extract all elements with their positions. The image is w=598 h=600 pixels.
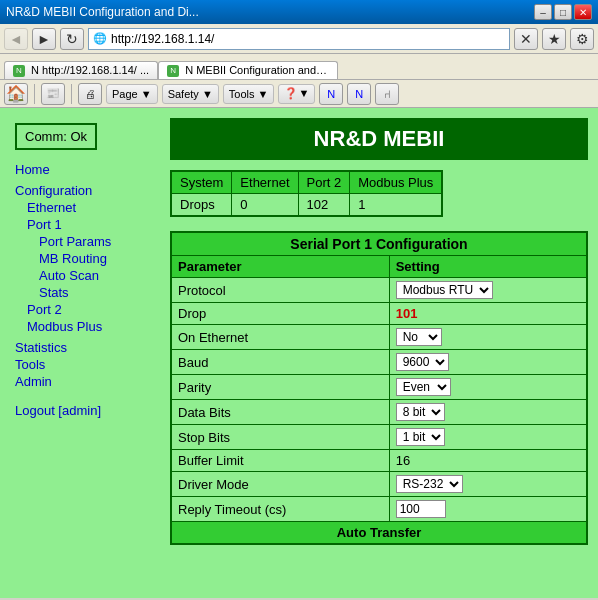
drops-val-0: 0 [232, 194, 298, 217]
sidebar-item-ethernet[interactable]: Ethernet [27, 200, 76, 215]
drops-header-system: System [171, 171, 232, 194]
extra-btn-1[interactable]: N [319, 83, 343, 105]
extra-btn-2[interactable]: N [347, 83, 371, 105]
table-row: Stop Bits 1 bit 2 bit [171, 425, 587, 450]
favorites-button[interactable]: ★ [542, 28, 566, 50]
close-button[interactable]: ✕ [574, 4, 592, 20]
setting-on-ethernet: No Yes [389, 325, 587, 350]
sidebar-item-stats[interactable]: Stats [39, 285, 69, 300]
maximize-button[interactable]: □ [554, 4, 572, 20]
toolbar-divider-1 [34, 84, 35, 104]
forward-button[interactable]: ► [32, 28, 56, 50]
param-drop: Drop [171, 303, 389, 325]
setting-driver-mode: RS-232 RS-485 [389, 472, 587, 497]
drops-value-row: Drops 0 102 1 [171, 194, 442, 217]
address-bar-wrap: 🌐 [88, 28, 510, 50]
stop-bits-select[interactable]: 1 bit 2 bit [396, 428, 445, 446]
param-reply-timeout: Reply Timeout (cs) [171, 497, 389, 522]
tab-2[interactable]: N N MEBII Configuration and Di... [158, 61, 338, 79]
sidebar-item-port-params[interactable]: Port Params [39, 234, 111, 249]
window-title: NR&D MEBII Configuration and Di... [6, 5, 199, 19]
table-row: Reply Timeout (cs) [171, 497, 587, 522]
param-on-ethernet: On Ethernet [171, 325, 389, 350]
address-icon: 🌐 [93, 32, 107, 45]
toolbar-divider-2 [71, 84, 72, 104]
print-button[interactable]: 🖨 [78, 83, 102, 105]
minimize-button[interactable]: – [534, 4, 552, 20]
col-setting-header: Setting [389, 256, 587, 278]
drops-header-port2: Port 2 [298, 171, 350, 194]
table-row: On Ethernet No Yes [171, 325, 587, 350]
sidebar-item-auto-scan[interactable]: Auto Scan [39, 268, 99, 283]
param-driver-mode: Driver Mode [171, 472, 389, 497]
stop-button[interactable]: ✕ [514, 28, 538, 50]
on-ethernet-select[interactable]: No Yes [396, 328, 442, 346]
driver-mode-select[interactable]: RS-232 RS-485 [396, 475, 463, 493]
table-row: Data Bits 8 bit 7 bit [171, 400, 587, 425]
title-bar: NR&D MEBII Configuration and Di... – □ ✕ [0, 0, 598, 24]
drops-label: Drops [171, 194, 232, 217]
tab-1-label: N http://192.168.1.14/ ... [31, 64, 149, 76]
page-content: Comm: Ok Home Configuration Ethernet Por… [0, 108, 598, 598]
table-row: Baud 9600 [171, 350, 587, 375]
setting-data-bits: 8 bit 7 bit [389, 400, 587, 425]
sidebar-item-mb-routing[interactable]: MB Routing [39, 251, 107, 266]
param-buffer-limit: Buffer Limit [171, 450, 389, 472]
drops-header-modbus-plus: Modbus Plus [350, 171, 443, 194]
feeds-button[interactable]: 📰 [41, 83, 65, 105]
config-table-title: Serial Port 1 Configuration [171, 232, 587, 256]
status-box: Comm: Ok [15, 123, 97, 150]
page-title: NR&D MEBII [170, 118, 588, 160]
sidebar-item-modbus-plus[interactable]: Modbus Plus [27, 319, 102, 334]
sidebar-item-port1[interactable]: Port 1 [27, 217, 62, 232]
sidebar-item-statistics[interactable]: Statistics [15, 340, 67, 355]
main-content: NR&D MEBII System Ethernet Port 2 Modbus… [170, 118, 588, 588]
sidebar-item-tools[interactable]: Tools [15, 357, 45, 372]
protocol-select[interactable]: Modbus RTU [396, 281, 493, 299]
tools-menu[interactable]: Tools ▼ [223, 84, 275, 104]
address-bar[interactable] [111, 32, 505, 46]
drops-header-ethernet: Ethernet [232, 171, 298, 194]
table-row: Buffer Limit 16 [171, 450, 587, 472]
sidebar-item-home[interactable]: Home [15, 162, 50, 177]
page-menu[interactable]: Page ▼ [106, 84, 158, 104]
setting-buffer-limit: 16 [389, 450, 587, 472]
param-data-bits: Data Bits [171, 400, 389, 425]
sidebar-item-configuration[interactable]: Configuration [15, 183, 92, 198]
setting-parity: Even Odd None [389, 375, 587, 400]
help-button[interactable]: ❓▼ [278, 84, 315, 104]
config-table-header: Serial Port 1 Configuration [171, 232, 587, 256]
sidebar-item-port2[interactable]: Port 2 [27, 302, 62, 317]
tab-1-favicon: N [13, 65, 25, 77]
table-row: Driver Mode RS-232 RS-485 [171, 472, 587, 497]
setting-stop-bits: 1 bit 2 bit [389, 425, 587, 450]
table-row: Protocol Modbus RTU [171, 278, 587, 303]
table-row: Drop 101 [171, 303, 587, 325]
sidebar-item-logout[interactable]: Logout [admin] [15, 403, 101, 418]
parity-select[interactable]: Even Odd None [396, 378, 451, 396]
param-protocol: Protocol [171, 278, 389, 303]
param-baud: Baud [171, 350, 389, 375]
drops-val-1: 102 [298, 194, 350, 217]
back-button[interactable]: ◄ [4, 28, 28, 50]
reply-timeout-input[interactable] [396, 500, 446, 518]
setting-baud: 9600 [389, 350, 587, 375]
baud-select[interactable]: 9600 [396, 353, 449, 371]
auto-transfer-label: Auto Transfer [171, 522, 587, 545]
settings-button[interactable]: ⚙ [570, 28, 594, 50]
auto-transfer-row: Auto Transfer [171, 522, 587, 545]
tab-1[interactable]: N N http://192.168.1.14/ ... [4, 61, 158, 79]
safety-menu[interactable]: Safety ▼ [162, 84, 219, 104]
drops-table: System Ethernet Port 2 Modbus Plus Drops… [170, 170, 443, 217]
home-button[interactable]: 🏠 [4, 83, 28, 105]
bluetooth-button[interactable]: ⑁ [375, 83, 399, 105]
drops-val-2: 1 [350, 194, 443, 217]
nav-links: Home Configuration Ethernet Port 1 Port … [15, 162, 165, 418]
tab-2-favicon: N [167, 65, 179, 77]
nav-bar: ◄ ► ↻ 🌐 ✕ ★ ⚙ [0, 24, 598, 54]
data-bits-select[interactable]: 8 bit 7 bit [396, 403, 445, 421]
setting-drop: 101 [389, 303, 587, 325]
tab-2-label: N MEBII Configuration and Di... [185, 64, 338, 76]
sidebar-item-admin[interactable]: Admin [15, 374, 52, 389]
refresh-button[interactable]: ↻ [60, 28, 84, 50]
